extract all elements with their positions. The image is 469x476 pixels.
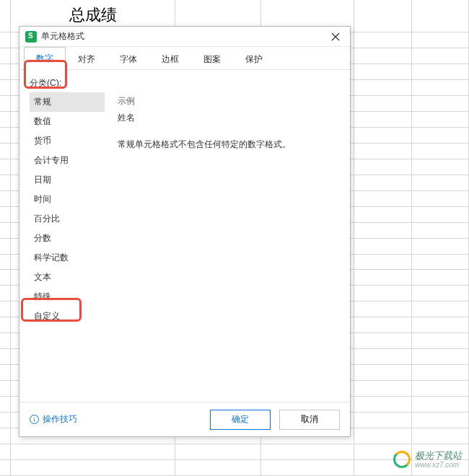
tab-align[interactable]: 对齐	[66, 48, 108, 69]
cancel-button[interactable]: 取消	[279, 410, 340, 430]
close-icon	[331, 32, 340, 41]
info-icon: i	[30, 415, 39, 424]
tips-link[interactable]: i 操作技巧	[30, 413, 77, 426]
category-item-time[interactable]: 时间	[30, 190, 105, 209]
category-item-number[interactable]: 数值	[30, 112, 105, 131]
tab-number[interactable]: 数字	[24, 47, 66, 70]
tab-border[interactable]: 边框	[149, 48, 191, 69]
tab-font[interactable]: 字体	[108, 48, 149, 69]
close-button[interactable]	[327, 28, 344, 45]
dialog-title: 单元格格式	[41, 30, 327, 43]
category-item-percent[interactable]: 百分比	[30, 209, 105, 229]
app-icon	[25, 31, 37, 43]
category-label: 分类(C):	[30, 77, 340, 89]
dialog-tabs: 数字 对齐 字体 边框 图案 保护	[19, 47, 350, 70]
cell-format-dialog: 单元格格式 数字 对齐 字体 边框 图案 保护 分类(C): 常规 数值 货币 …	[19, 26, 351, 437]
watermark-logo-icon	[393, 451, 411, 468]
category-item-fraction[interactable]: 分数	[30, 229, 105, 248]
sample-value: 姓名	[118, 112, 340, 124]
sample-label: 示例	[118, 95, 340, 107]
watermark-name: 极光下载站	[415, 451, 462, 461]
category-item-date[interactable]: 日期	[30, 170, 105, 190]
category-item-custom[interactable]: 自定义	[30, 307, 105, 326]
category-item-currency[interactable]: 货币	[30, 131, 105, 151]
category-item-scientific[interactable]: 科学记数	[30, 248, 105, 268]
category-item-special[interactable]: 特殊	[30, 287, 105, 307]
category-item-text[interactable]: 文本	[30, 268, 105, 287]
tab-protect[interactable]: 保护	[233, 48, 275, 69]
category-item-general[interactable]: 常规	[30, 92, 105, 112]
dialog-footer: i 操作技巧 确定 取消	[19, 402, 350, 436]
dialog-titlebar: 单元格格式	[19, 27, 350, 47]
watermark: 极光下载站 www.xz7.com	[393, 451, 462, 469]
preview-pane: 示例 姓名 常规单元格格式不包含任何特定的数字格式。	[118, 92, 340, 395]
tips-label: 操作技巧	[43, 413, 77, 426]
dialog-body: 分类(C): 常规 数值 货币 会计专用 日期 时间 百分比 分数 科学记数 文…	[19, 70, 350, 402]
format-description: 常规单元格格式不包含任何特定的数字格式。	[118, 138, 340, 151]
watermark-url: www.xz7.com	[415, 461, 462, 469]
category-item-accounting[interactable]: 会计专用	[30, 151, 105, 170]
ok-button[interactable]: 确定	[210, 410, 271, 430]
category-list[interactable]: 常规 数值 货币 会计专用 日期 时间 百分比 分数 科学记数 文本 特殊 自定…	[30, 92, 105, 395]
tab-pattern[interactable]: 图案	[191, 48, 233, 69]
